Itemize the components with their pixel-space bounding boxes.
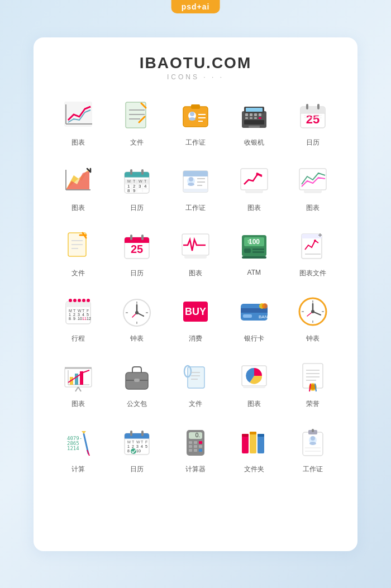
svg-point-123 bbox=[69, 299, 72, 302]
svg-text:T: T bbox=[82, 309, 85, 313]
svg-text:4: 4 bbox=[141, 444, 143, 448]
svg-text:5: 5 bbox=[87, 313, 89, 317]
svg-rect-111 bbox=[252, 251, 264, 253]
main-card: IBAOTU.COM ICONS · · · 图表 bbox=[34, 37, 357, 551]
svg-line-178 bbox=[78, 387, 81, 391]
svg-point-16 bbox=[189, 117, 196, 121]
icon-label-document2: 文件 bbox=[71, 269, 85, 278]
svg-text:1214: 1214 bbox=[67, 446, 79, 451]
svg-point-78 bbox=[189, 177, 193, 181]
icon-briefcase bbox=[118, 358, 156, 396]
icon-label-workid2: 工作证 bbox=[185, 203, 206, 213]
icon-item-calc1: 4079- 2865 1214 计算 bbox=[50, 419, 107, 479]
icon-cashregister bbox=[235, 97, 273, 135]
icon-item-calendar3: 25 日历 bbox=[109, 223, 165, 283]
icon-calendar4: M T W T F 1 2 3 4 5 8 9 10 bbox=[118, 423, 156, 461]
icon-item-briefcase: 公文包 bbox=[109, 353, 165, 413]
site-title: IBAOTU.COM bbox=[50, 54, 341, 72]
svg-text:BUY: BUY bbox=[185, 306, 206, 317]
icon-item-schedule: M T W T F 1 2 3 4 5 8 9 10 11 12 行程 bbox=[50, 288, 107, 348]
icon-item-workid2: 工作证 bbox=[168, 157, 224, 217]
icon-label-chart3: 图表 bbox=[247, 203, 261, 213]
icon-label-chart6: 图表 bbox=[71, 399, 85, 409]
svg-text:11: 11 bbox=[82, 317, 87, 321]
svg-rect-29 bbox=[250, 117, 252, 119]
svg-text:W: W bbox=[139, 179, 142, 183]
svg-rect-32 bbox=[249, 126, 260, 128]
icon-chartfile bbox=[294, 227, 332, 265]
svg-rect-215 bbox=[125, 437, 149, 439]
svg-text:W: W bbox=[78, 309, 82, 313]
svg-text:5: 5 bbox=[145, 444, 147, 448]
svg-text:25: 25 bbox=[306, 112, 319, 126]
svg-text:9: 9 bbox=[73, 317, 75, 321]
svg-rect-244 bbox=[199, 449, 202, 452]
icon-label-calendar1: 日历 bbox=[306, 138, 320, 147]
svg-text:1: 1 bbox=[127, 444, 130, 448]
svg-rect-122 bbox=[66, 305, 90, 307]
svg-text:100: 100 bbox=[249, 238, 260, 246]
svg-rect-22 bbox=[246, 108, 263, 112]
svg-text:10: 10 bbox=[78, 317, 82, 321]
svg-rect-197 bbox=[243, 386, 265, 388]
svg-text:0.: 0. bbox=[196, 432, 200, 438]
svg-point-79 bbox=[188, 183, 194, 186]
svg-text:10: 10 bbox=[136, 449, 141, 453]
icon-label-document1: 文件 bbox=[130, 138, 144, 147]
svg-rect-241 bbox=[199, 445, 202, 448]
svg-rect-104 bbox=[184, 255, 207, 259]
icon-item-chart1: 图表 bbox=[50, 92, 107, 152]
icon-calendar2: M T W T 1 2 3 4 8 9 bbox=[118, 162, 156, 200]
svg-rect-101 bbox=[141, 235, 144, 240]
svg-text:M: M bbox=[127, 440, 131, 444]
svg-rect-245 bbox=[242, 436, 249, 453]
svg-point-86 bbox=[256, 173, 259, 175]
icon-label-calendar4: 日历 bbox=[130, 465, 144, 474]
icon-item-calendar2: M T W T 1 2 3 4 8 9 日历 bbox=[109, 157, 165, 217]
svg-text:F: F bbox=[145, 440, 147, 444]
icon-label-chart1: 图表 bbox=[71, 138, 85, 147]
icon-label-chart4: 图表 bbox=[306, 203, 320, 213]
icon-item-chartfile: 图表文件 bbox=[284, 223, 341, 283]
icon-chart4 bbox=[294, 162, 332, 200]
icon-buy: BUY bbox=[177, 293, 214, 331]
icon-label-workid3: 工作证 bbox=[303, 465, 323, 474]
icon-label-cashregister: 收银机 bbox=[244, 138, 264, 147]
icon-item-chart6: 图表 bbox=[50, 353, 107, 413]
svg-text:1: 1 bbox=[69, 313, 71, 317]
icon-chart2 bbox=[59, 162, 97, 200]
svg-point-118 bbox=[314, 240, 316, 242]
svg-text:T: T bbox=[144, 179, 147, 183]
icon-item-document1: 文件 bbox=[109, 92, 165, 152]
svg-point-125 bbox=[78, 299, 81, 302]
icon-label-calculator: 计算器 bbox=[185, 465, 206, 474]
icon-folder bbox=[235, 423, 273, 461]
svg-rect-217 bbox=[141, 431, 144, 436]
icon-item-document2: 文件 bbox=[50, 223, 107, 283]
icon-item-clock1: 钟表 bbox=[109, 288, 165, 348]
svg-rect-161 bbox=[243, 314, 252, 318]
site-subtitle: ICONS · · · bbox=[50, 73, 341, 81]
icon-document1 bbox=[118, 97, 156, 135]
svg-rect-236 bbox=[189, 441, 192, 444]
svg-rect-26 bbox=[254, 113, 257, 116]
icon-label-calendar3: 日历 bbox=[130, 269, 144, 278]
icon-item-calendar4: M T W T F 1 2 3 4 5 8 9 10 bbox=[109, 419, 165, 479]
svg-point-256 bbox=[309, 442, 316, 445]
svg-rect-243 bbox=[194, 449, 197, 452]
svg-point-232 bbox=[131, 448, 136, 454]
svg-text:T: T bbox=[73, 309, 76, 313]
icon-calendar1: 25 bbox=[294, 97, 332, 135]
svg-rect-249 bbox=[258, 436, 264, 453]
svg-text:BANK: BANK bbox=[259, 314, 271, 319]
svg-rect-250 bbox=[258, 434, 264, 437]
svg-rect-27 bbox=[259, 113, 261, 116]
icon-item-clock2: 钟表 bbox=[284, 288, 341, 348]
icon-label-document3: 文件 bbox=[189, 399, 202, 409]
svg-rect-13 bbox=[191, 104, 200, 109]
icon-item-cashregister: 收银机 bbox=[226, 92, 282, 152]
svg-rect-24 bbox=[245, 113, 248, 116]
icon-label-chart2: 图表 bbox=[71, 203, 85, 213]
svg-rect-87 bbox=[245, 190, 263, 193]
svg-rect-52 bbox=[130, 169, 132, 175]
